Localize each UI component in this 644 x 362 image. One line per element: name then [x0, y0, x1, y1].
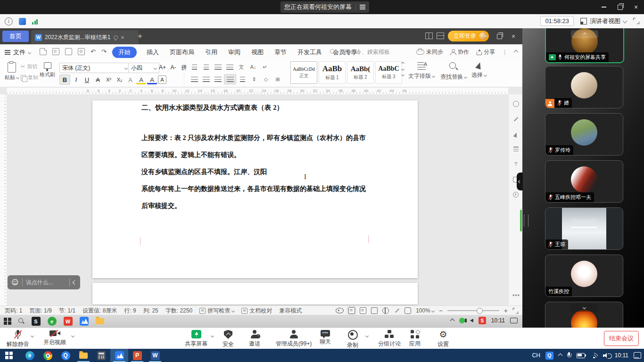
input-method-icon[interactable]: Q [545, 352, 553, 360]
chat-placeholder[interactable]: 说点什么... [26, 279, 66, 287]
shared-start-icon[interactable] [4, 318, 11, 325]
wps-document-tab[interactable]: W 2022水质监测...审核结果1209 × [31, 30, 139, 44]
side-tool-outline-icon[interactable] [513, 147, 519, 151]
decrease-font-icon[interactable]: A- [168, 63, 178, 72]
increase-indent-icon[interactable] [224, 62, 235, 72]
style-heading3[interactable]: AaBbC 标题 3 [375, 61, 402, 84]
taskbar-word[interactable]: W [146, 349, 164, 362]
line-spacing-icon[interactable]: ⇕ [248, 74, 260, 84]
align-center-icon[interactable] [200, 74, 212, 84]
tab-view[interactable]: 视图 [250, 47, 264, 58]
outline-view-icon[interactable] [360, 307, 366, 314]
wps-restore-button[interactable] [492, 28, 506, 44]
font-name-select[interactable]: 宋体 (正文) [59, 63, 130, 73]
save-icon[interactable] [52, 48, 59, 55]
side-tool-locate-icon[interactable] [513, 192, 519, 197]
wps-home-tab[interactable]: 首页 [2, 31, 29, 42]
taskbar-edge[interactable]: e [21, 349, 39, 362]
emoji-icon[interactable]: ☺ [11, 279, 19, 286]
styles-scroll-up-icon[interactable] [401, 62, 405, 65]
decrease-indent-icon[interactable] [212, 62, 223, 72]
zoom-level-select[interactable]: 100% [416, 307, 434, 314]
zoom-slider[interactable] [447, 310, 499, 311]
new-doc-icon[interactable] [40, 48, 47, 55]
scroll-up-button[interactable] [571, 30, 598, 38]
unmute-button[interactable]: 解除静音 [7, 330, 29, 348]
character-shading-button[interactable]: A [158, 75, 166, 84]
end-meeting-button[interactable]: 结束会议 [604, 331, 639, 346]
collapse-ribbon-icon[interactable] [514, 50, 519, 55]
manage-members-button[interactable]: 管理成员(99+) [273, 330, 314, 348]
ie-browser-icon[interactable]: e [48, 317, 57, 326]
highlight-color-button[interactable]: A [136, 75, 146, 84]
text-effects-button[interactable]: A [125, 75, 135, 84]
tab-review[interactable]: 审阅 [227, 47, 241, 58]
volume-icon[interactable] [603, 353, 610, 358]
read-view-icon[interactable] [371, 307, 378, 314]
taskbar-calculator[interactable] [92, 349, 110, 362]
collapse-chat-icon[interactable] [73, 280, 77, 285]
share-button[interactable]: 分享 [476, 48, 495, 56]
bold-button[interactable]: B [59, 74, 70, 85]
web-view-icon[interactable] [382, 307, 389, 314]
status-word-count[interactable]: 字数: 2250 [165, 307, 192, 315]
participant-tile[interactable]: 五峰疾控邓一夫 [545, 160, 623, 203]
print-icon[interactable] [65, 48, 72, 55]
taskbar-quark[interactable]: Q [57, 349, 74, 362]
font-color-button[interactable]: A [147, 75, 157, 84]
participant-tile-video[interactable]: 王琼 [545, 207, 623, 250]
tab-page-layout[interactable]: 页面布局 [169, 47, 195, 58]
style-normal[interactable]: AaBbCcDd 正文 [290, 61, 317, 84]
more-icon[interactable]: ⋮ [502, 49, 508, 56]
align-right-icon[interactable] [212, 74, 223, 84]
styles-scroll-down-icon[interactable] [401, 67, 405, 71]
minimize-button[interactable] [596, 0, 612, 14]
mic-options-chevron[interactable] [31, 334, 34, 337]
strikethrough-button[interactable]: A [93, 75, 103, 84]
writer-mode-icon[interactable] [394, 308, 400, 314]
zoom-out-icon[interactable]: − [439, 307, 443, 314]
file-menu[interactable]: 文件 [5, 48, 31, 57]
vertical-ruler[interactable] [0, 94, 7, 305]
network-signal-icon[interactable] [32, 19, 38, 25]
tab-insert[interactable]: 插入 [146, 47, 160, 58]
tray-tablet-icon[interactable] [510, 318, 518, 323]
side-tool-select-icon[interactable] [513, 132, 519, 138]
docs-app-icon[interactable] [19, 18, 26, 25]
tab-references[interactable]: 引用 [204, 47, 218, 58]
print-preview-icon[interactable] [78, 48, 85, 55]
document-canvas[interactable]: 二、饮用水水源类型及供水方式调查表（表 2） 上报要求：表 2 只涉及农村水质监… [7, 94, 508, 305]
fill-color-icon[interactable]: ◇ [260, 74, 272, 84]
asian-layout-icon[interactable]: 文 [236, 62, 247, 72]
clock[interactable]: 10:11 [615, 352, 628, 359]
meeting-info-icon[interactable]: i [5, 17, 13, 25]
settings-button[interactable]: ⚙ 设置 [438, 330, 449, 348]
command-search[interactable]: 查找命令、搜索模板 [330, 48, 390, 56]
battery-icon[interactable] [577, 353, 585, 358]
invite-button[interactable]: + 邀请 [249, 330, 260, 348]
participant-tile[interactable]: 罗传玲 [545, 113, 623, 156]
superscript-button[interactable]: X² [104, 75, 114, 84]
select-button[interactable]: 选择 [471, 62, 487, 79]
find-replace-button[interactable]: 查找替换 [440, 62, 467, 81]
restore-button[interactable] [612, 0, 628, 14]
fullscreen-icon[interactable] [633, 18, 639, 24]
subscript-button[interactable]: X₂ [115, 75, 124, 84]
styles-expand-icon[interactable] [401, 73, 405, 76]
borders-icon[interactable]: ⊞ [272, 74, 283, 84]
redo-icon[interactable]: ↷ [101, 48, 107, 55]
tray-expand-chevron[interactable] [558, 353, 562, 358]
close-button[interactable]: × [628, 0, 644, 14]
horizontal-ruler[interactable]: 8 6 4 2 2 4 6 8 10 12 14 16 18 20 22 24 … [7, 88, 508, 95]
split-vertical-icon[interactable] [425, 33, 433, 39]
side-more-icon[interactable]: ••• [512, 292, 520, 299]
format-painter-button[interactable]: 格式刷 [40, 62, 55, 78]
sidebar-drag-handle[interactable] [524, 214, 528, 227]
participant-tile-sharer[interactable]: 何祖安的屏幕共享 [545, 28, 624, 63]
page-view-icon[interactable] [348, 307, 355, 314]
video-options-chevron[interactable] [71, 334, 74, 337]
tab-dev-tools[interactable]: 开发工具 [297, 47, 323, 58]
tray-sogou-icon[interactable]: S [479, 317, 486, 324]
side-tool-question-icon[interactable]: ? [512, 161, 519, 167]
side-tool-edit-icon[interactable] [512, 116, 519, 123]
